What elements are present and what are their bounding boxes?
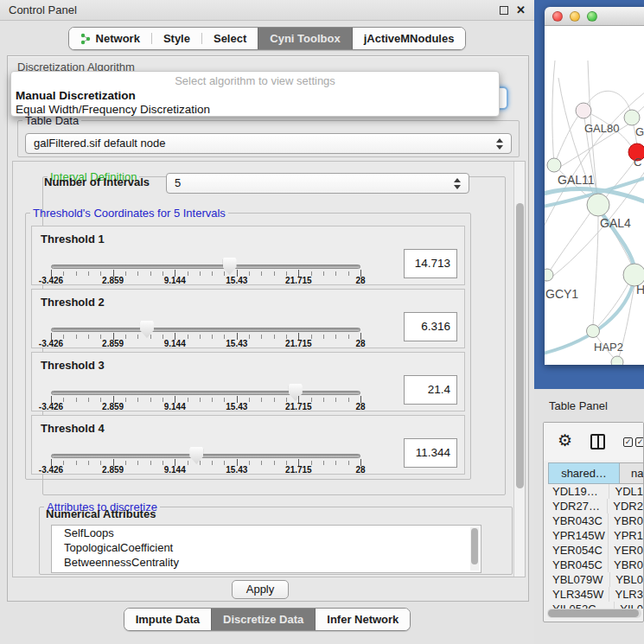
scrollbar-thumb[interactable] [516, 203, 524, 488]
scale-label: -3.426 [39, 465, 63, 475]
list-item[interactable]: TopologicalCoefficient [52, 540, 481, 555]
cell: YLR3 [609, 587, 643, 602]
network-node[interactable] [611, 356, 623, 365]
network-node[interactable] [587, 194, 609, 216]
node-label-gal4: GAL4 [600, 216, 631, 230]
table-header-row: shared… na [548, 462, 644, 484]
network-window: GAL80 GA GAL11 GAL4 GCY1 H HAP2 C [545, 7, 644, 365]
scale-label: 9.144 [164, 339, 186, 348]
slider-scale-labels: -3.4262.8599.14415.4321.71528 [51, 339, 360, 349]
tab-style[interactable]: Style [152, 28, 201, 49]
scale-label: -3.426 [39, 339, 63, 348]
scale-label: 2.859 [102, 402, 124, 411]
threshold-1-value-input[interactable]: 14.713 [404, 249, 457, 278]
algorithm-option-equal-width[interactable]: Equal Width/Frequency Discretization [11, 103, 499, 117]
checkbox-icon[interactable] [635, 437, 644, 447]
threshold-3-value-input[interactable]: 21.4 [404, 375, 457, 405]
slider-track[interactable] [51, 328, 360, 332]
threshold-2-label: Threshold 2 [41, 296, 105, 309]
list-item[interactable]: SelfLoops [52, 526, 481, 540]
node-label-gal80: GAL80 [584, 122, 619, 135]
tab-discretize-data[interactable]: Discretize Data [211, 609, 316, 630]
tab-label: Discretize Data [223, 613, 303, 626]
number-of-intervals-combo[interactable]: 5 [166, 173, 469, 194]
close-traffic-light-icon[interactable] [552, 11, 563, 22]
scale-label: 9.144 [164, 276, 186, 285]
network-node[interactable] [587, 325, 600, 338]
threshold-3-row: Threshold 3 -3.4262.8599.14415.4321.7152… [31, 352, 465, 411]
slider-track[interactable] [51, 265, 360, 269]
network-canvas[interactable]: GAL80 GA GAL11 GAL4 GCY1 H HAP2 C [545, 26, 644, 365]
network-node[interactable] [576, 103, 591, 118]
threshold-1-slider: -3.4262.8599.14415.4321.71528 [51, 258, 360, 285]
apply-button[interactable]: Apply [232, 580, 289, 599]
top-tab-bar: Network Style Select Cyni Toolbox jActiv… [0, 27, 534, 50]
minimize-traffic-light-icon[interactable] [570, 11, 580, 22]
network-node[interactable] [547, 158, 561, 172]
scale-label: 21.715 [285, 465, 312, 475]
tab-jactivemnodules[interactable]: jActiveMNodules [353, 28, 466, 49]
combo-spinner-icon [454, 177, 462, 190]
cell: YDR27… [548, 499, 608, 513]
network-node[interactable] [624, 110, 640, 125]
settings-scroll-panel: Interval Definition Number of Intervals … [12, 161, 526, 577]
tab-impute-data[interactable]: Impute Data [124, 609, 211, 630]
gear-icon[interactable]: ⚙ [558, 430, 572, 450]
node-label-clipped: GA [635, 125, 644, 138]
algorithm-option-manual[interactable]: Manual Discretization [11, 89, 499, 103]
table-row[interactable]: YIL052CYIL0 [548, 602, 643, 609]
checkbox-icon[interactable] [623, 437, 633, 447]
control-panel: Control Panel ✕ Network Style Select Cyn… [0, 0, 534, 644]
slider-track[interactable] [51, 391, 360, 395]
zoom-traffic-light-icon[interactable] [587, 11, 597, 22]
threshold-3-slider: -3.4262.8599.14415.4321.71528 [51, 384, 360, 411]
scrollbar-thumb[interactable] [548, 609, 639, 617]
tab-network[interactable]: Network [69, 28, 151, 49]
table-row[interactable]: YDL19…YDL1 [548, 484, 643, 499]
table-data-combo[interactable]: galFiltered.sif default node [25, 133, 512, 154]
threshold-4-row: Threshold 4 -3.4262.8599.14415.4321.7152… [31, 415, 465, 475]
table-row[interactable]: YBL079WYBL0 [548, 572, 643, 587]
threshold-2-value-input[interactable]: 6.316 [404, 312, 457, 341]
network-window-titlebar [545, 7, 644, 26]
scale-label: 15.43 [226, 339, 247, 348]
tab-label: Style [163, 32, 190, 45]
numerical-attributes-label: Numerical Attributes [46, 507, 156, 520]
scale-label: 2.859 [102, 465, 124, 475]
table-row[interactable]: YPR145WYPR1 [548, 528, 643, 543]
tab-select[interactable]: Select [202, 28, 258, 49]
node-label-clipped: H [636, 283, 644, 296]
cell: YBL0 [610, 572, 643, 587]
column-header-shared-name[interactable]: shared… [548, 462, 620, 484]
cell: YDL1 [609, 484, 643, 499]
slider-track[interactable] [51, 454, 360, 458]
tab-infer-network[interactable]: Infer Network [316, 609, 410, 630]
table-row[interactable]: YLR345WYLR3 [548, 587, 643, 602]
list-item[interactable]: BetweennessCentrality [52, 555, 481, 570]
table-row[interactable]: YBR045CYBR0 [548, 558, 643, 572]
cell: YIL052C [548, 602, 615, 609]
scale-label: -3.426 [39, 276, 63, 285]
tab-cyni-toolbox[interactable]: Cyni Toolbox [258, 28, 352, 49]
cell: YIL0 [615, 602, 643, 609]
scale-label: 15.43 [226, 402, 247, 411]
close-icon[interactable]: ✕ [516, 6, 526, 15]
threshold-3-label: Threshold 3 [41, 359, 105, 372]
table-row[interactable]: YBR043CYBR0 [548, 513, 643, 528]
panel-scrollbar[interactable] [513, 162, 525, 577]
panel-title: Control Panel [9, 3, 77, 16]
scale-label: -3.426 [39, 402, 63, 411]
threshold-4-value-input[interactable]: 11.344 [404, 438, 457, 468]
scale-label: 28 [355, 339, 365, 348]
float-window-icon[interactable] [500, 6, 508, 15]
table-row[interactable]: YDR27…YDR2 [548, 499, 643, 513]
scrollbar-thumb[interactable] [471, 528, 478, 564]
algorithm-dropdown-popup: Select algorithm to view settings Manual… [10, 71, 500, 117]
table-row[interactable]: YER054CYER0 [548, 543, 643, 558]
columns-icon[interactable] [590, 434, 605, 450]
network-node[interactable] [545, 269, 553, 281]
column-header-name[interactable]: na [620, 462, 644, 484]
horizontal-scrollbar[interactable] [547, 609, 641, 618]
scale-label: 28 [355, 276, 365, 285]
list-scrollbar[interactable] [470, 527, 479, 571]
